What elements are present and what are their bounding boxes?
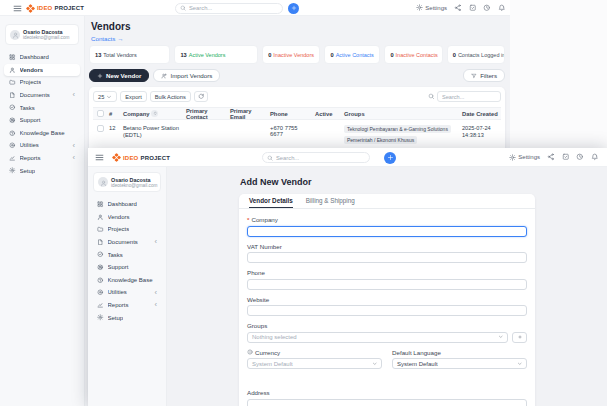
export-button[interactable]: Export (120, 91, 146, 102)
settings-label: Settings (518, 154, 540, 160)
chart-icon (9, 155, 16, 162)
sidebar-item-support[interactable]: Support (92, 261, 162, 274)
filters-button[interactable]: Filters (463, 69, 505, 82)
clock-icon[interactable] (576, 153, 584, 161)
person-icon (97, 214, 104, 221)
sidebar-item-documents[interactable]: Documents‹ (4, 89, 80, 102)
add-vendor-body: Osario Dacosta ideotekno@gmail.com Dashb… (88, 167, 607, 406)
sidebar-item-projects[interactable]: Projects (92, 223, 162, 236)
stat-inactive-vendors: 0Inactive Vendors (262, 45, 320, 64)
grid-icon (9, 54, 16, 61)
refresh-icon (198, 93, 205, 100)
phone-label: Phone (247, 269, 527, 276)
sidebar-item-support[interactable]: Support (4, 114, 80, 127)
select-all-checkbox[interactable] (97, 110, 104, 117)
form-body: *Company VAT Number Phone Website Groups (239, 209, 535, 406)
funnel-icon (471, 73, 477, 79)
sidebar-item-vendors[interactable]: Vendors (4, 64, 80, 77)
currency-select[interactable]: System Default (247, 358, 382, 369)
page-title: Vendors (91, 21, 130, 32)
form-tabs: Vendor Details Billing & Shipping (239, 194, 535, 209)
settings-button[interactable]: Settings (509, 154, 540, 161)
bell-icon[interactable] (591, 153, 599, 161)
stat-total-vendors: 13Total Vendors (89, 45, 170, 64)
sidebar-item-knowledge-base[interactable]: Knowledge Base (92, 274, 162, 287)
sidebar-item-vendors[interactable]: Vendors (92, 211, 162, 224)
folder-icon (97, 226, 104, 233)
folder-icon (9, 79, 16, 86)
global-search-input[interactable] (276, 155, 365, 161)
sort-icon[interactable] (151, 110, 158, 117)
menu-icon[interactable] (13, 4, 22, 13)
row-number: 12 (107, 124, 121, 131)
groups-label: Groups (247, 322, 527, 329)
sidebar-item-setup[interactable]: Setup (4, 164, 80, 177)
app-logo[interactable]: IDEOPROJECT (112, 153, 170, 162)
sidebar-item-documents[interactable]: Documents‹ (92, 236, 162, 249)
quick-add-button[interactable] (288, 3, 299, 14)
tab-vendor-details[interactable]: Vendor Details (249, 194, 293, 208)
table-search-input[interactable] (437, 91, 501, 102)
app-logo[interactable]: IDEOPROJECT (26, 4, 84, 13)
col-company[interactable]: Company (121, 110, 184, 117)
info-icon (247, 349, 253, 355)
website-label: Website (247, 296, 527, 303)
lifebuoy-icon (9, 117, 16, 124)
company-label: *Company (247, 216, 527, 223)
chevron-left-icon: ‹ (155, 289, 158, 297)
website-input[interactable] (247, 305, 527, 316)
person-icon (9, 67, 16, 74)
table-toolbar: 25 Export Bulk Actions (93, 91, 501, 102)
address-textarea[interactable] (247, 399, 527, 406)
phone-input[interactable] (247, 279, 527, 290)
sidebar-item-dashboard[interactable]: Dashboard (4, 51, 80, 64)
sidebar-item-knowledge-base[interactable]: Knowledge Base (4, 127, 80, 140)
row-checkbox[interactable] (97, 125, 104, 132)
sidebar-item-dashboard[interactable]: Dashboard (92, 198, 162, 211)
sidebar-item-reports[interactable]: Reports‹ (92, 299, 162, 312)
new-vendor-button[interactable]: New Vendor (89, 69, 149, 82)
vendors-table: # Company Primary Contact Primary Email … (93, 107, 501, 150)
user-card[interactable]: Osario Dacosta ideotekno@gmail.com (93, 172, 161, 192)
logo-text-suffix: PROJECT (140, 155, 170, 161)
sidebar-item-tasks[interactable]: Tasks (4, 101, 80, 114)
bulk-actions-button[interactable]: Bulk Actions (150, 91, 191, 102)
sidebar-item-projects[interactable]: Projects (4, 76, 80, 89)
sidebar-item-reports[interactable]: Reports‹ (4, 152, 80, 165)
page-size-select[interactable]: 25 (93, 91, 117, 102)
grid-icon (97, 201, 104, 208)
add-group-button[interactable] (512, 332, 527, 343)
edit-square-icon[interactable] (469, 4, 477, 12)
settings-button[interactable]: Settings (416, 4, 447, 11)
vat-input[interactable] (247, 252, 527, 263)
sidebar-item-tasks[interactable]: Tasks (92, 248, 162, 261)
company-name[interactable]: Betano Power Station(EDTL) (123, 125, 179, 139)
chevron-down-icon (517, 361, 523, 367)
share-icon[interactable] (547, 153, 555, 161)
refresh-button[interactable] (194, 91, 208, 102)
check-circle-icon (9, 104, 16, 111)
sidebar-item-setup[interactable]: Setup (92, 311, 162, 324)
global-search-input[interactable] (189, 5, 278, 11)
share-icon[interactable] (454, 4, 462, 12)
quick-add-button[interactable] (384, 152, 396, 164)
company-input[interactable] (247, 226, 527, 237)
language-select[interactable]: System Default (392, 358, 527, 369)
screen: IDEOPROJECT Settings Osario Dacosta ideo (0, 0, 607, 406)
search-icon[interactable] (428, 93, 435, 100)
gear-icon (509, 154, 516, 161)
tab-billing-shipping[interactable]: Billing & Shipping (306, 194, 355, 208)
table-row[interactable]: 12 Betano Power Station(EDTL) +670 7755 … (93, 120, 501, 150)
bell-icon[interactable] (498, 4, 506, 12)
sidebar-item-utilities[interactable]: Utilities‹ (4, 139, 80, 152)
sidebar-item-utilities[interactable]: Utilities‹ (92, 286, 162, 299)
language-label: Default Language (392, 349, 527, 356)
person-icon (12, 32, 19, 39)
user-card[interactable]: Osario Dacosta ideotekno@gmail.com (5, 24, 79, 45)
edit-square-icon[interactable] (562, 153, 570, 161)
menu-icon[interactable] (95, 153, 104, 162)
clock-icon[interactable] (483, 4, 491, 12)
groups-select[interactable]: Nothing selected (247, 332, 508, 343)
import-vendors-button[interactable]: Import Vendors (153, 69, 220, 82)
contacts-link[interactable]: Contacts → (91, 35, 123, 42)
